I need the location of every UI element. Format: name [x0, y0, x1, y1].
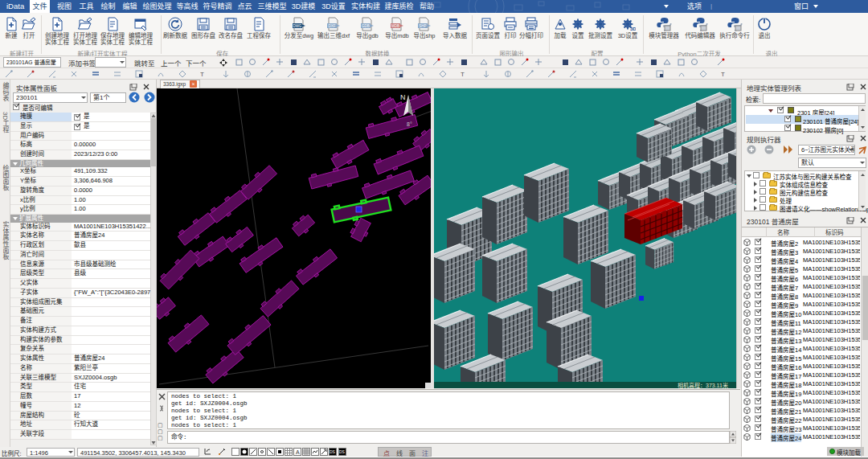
- svg-text:8°: 8°: [407, 121, 412, 127]
- svg-text:N: N: [400, 93, 406, 101]
- svg-text:A: A: [296, 449, 300, 455]
- svg-text:T: T: [200, 71, 204, 78]
- svg-text:MDB: MDB: [391, 24, 399, 28]
- svg-text:3D: 3D: [630, 27, 636, 31]
- svg-text:T: T: [461, 71, 465, 78]
- svg-text:SHP: SHP: [419, 24, 426, 28]
- svg-text:GDB: GDB: [362, 24, 370, 28]
- svg-text:DXF: DXF: [329, 24, 336, 28]
- svg-text:DWG: DWG: [293, 24, 302, 28]
- svg-text:相机高程：373.11米: 相机高程：373.11米: [678, 382, 728, 389]
- svg-text:DS: DS: [339, 449, 346, 454]
- svg-text:T: T: [721, 71, 725, 78]
- svg-text:DS: DS: [330, 449, 336, 454]
